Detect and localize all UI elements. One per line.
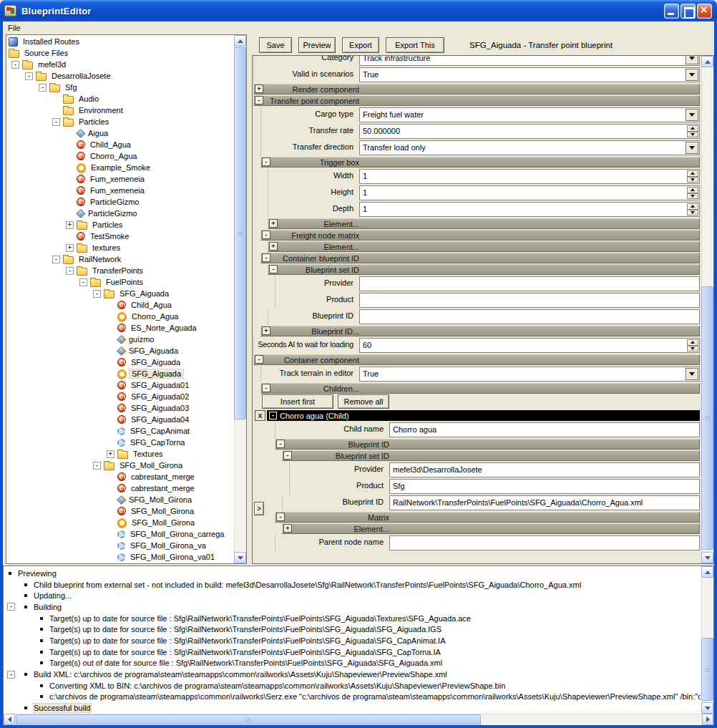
log-expander-icon[interactable]: -	[7, 603, 15, 611]
tree-item-label[interactable]: TestSmoke	[88, 232, 131, 241]
tree-expander-icon[interactable]: -	[39, 84, 47, 92]
log-scroll-down-button[interactable]	[701, 702, 713, 714]
tree-item[interactable]: SFG_Aiguada	[7, 356, 233, 368]
field-value[interactable]: RailNetwork\TransferPoints\FuelPoints\SF…	[389, 495, 700, 510]
section-expander[interactable]: -	[276, 513, 285, 521]
export-this-button[interactable]: Export This	[386, 37, 444, 53]
tree-item-label[interactable]: SFG_Moll_Girona	[127, 495, 194, 504]
field-value[interactable]	[359, 276, 700, 291]
log-line[interactable]: Updating...	[4, 590, 701, 601]
section-expander[interactable]: -	[255, 96, 263, 105]
log-line[interactable]: Target(s) out of date for source file : …	[4, 658, 701, 669]
tree-item-label[interactable]: ParticleGizmo	[88, 198, 141, 206]
tree-item-label[interactable]: Child_Agua	[129, 301, 174, 309]
tree-item[interactable]: ParticleGizmo	[7, 208, 233, 219]
tree-scroll-down-button[interactable]	[234, 552, 246, 563]
field-value[interactable]	[359, 309, 700, 324]
tree-expander-icon[interactable]: -	[79, 278, 87, 286]
spinner-down-button[interactable]	[687, 193, 698, 200]
spinner-down-button[interactable]	[687, 177, 698, 183]
minimize-button[interactable]	[664, 4, 679, 19]
field-value[interactable]: 1	[359, 202, 700, 217]
child-nav-button[interactable]: >	[254, 502, 264, 515]
tree-item-label[interactable]: RailNetwork	[77, 255, 123, 263]
tree-item[interactable]: Child_Agua	[7, 139, 233, 150]
tree-item[interactable]: guizmo	[7, 334, 233, 345]
tree-item[interactable]: Aigua	[7, 127, 233, 139]
tree-item[interactable]: SFG_Moll_Girona	[7, 505, 233, 517]
field-value[interactable]: Sfg	[389, 479, 700, 494]
tree-expander-icon[interactable]: -	[25, 72, 33, 80]
tree-item-label[interactable]: Chorro_Agua	[130, 312, 180, 321]
field-value[interactable]: 1	[359, 185, 700, 200]
tree-item-label[interactable]: ParticleGizmo	[86, 209, 139, 218]
tree-item[interactable]: -FuelPoints	[7, 276, 233, 288]
log-line[interactable]: Successful build	[4, 702, 701, 713]
tree-item-label[interactable]: SFG_Aiguada02	[129, 392, 191, 401]
tree-expander-icon[interactable]: -	[93, 462, 101, 470]
tree-item[interactable]: cabrestant_merge	[7, 471, 233, 482]
tree-item-label[interactable]: TransferPoints	[90, 266, 145, 275]
tree-item-label[interactable]: mefel3d	[36, 60, 68, 69]
tree-item[interactable]: -SFG_Moll_Girona	[7, 460, 233, 471]
tree-item-label[interactable]: SFG_Aiguada	[129, 358, 182, 367]
dropdown-button[interactable]	[686, 109, 698, 121]
tree-item-label[interactable]: Particles	[77, 117, 111, 126]
tree-item-label[interactable]: Example_Smoke	[89, 163, 152, 172]
tree-item[interactable]: Child_Agua	[7, 299, 233, 311]
tree-expander-icon[interactable]: +	[66, 244, 74, 252]
tree-item-label[interactable]: SFG_CapTorna	[128, 438, 187, 447]
spinner-up-button[interactable]	[687, 187, 698, 193]
form-scroll-up-button[interactable]	[701, 56, 713, 67]
tree-item-label[interactable]: Environment	[77, 106, 125, 115]
tree-item[interactable]: cabrestant_merge	[7, 482, 233, 494]
maximize-button[interactable]	[681, 4, 696, 19]
tree-item[interactable]: Source Files	[7, 47, 233, 59]
log-line[interactable]: Child blueprint from external set - not …	[4, 579, 701, 591]
dropdown-button[interactable]	[686, 69, 698, 81]
spinner-up-button[interactable]	[687, 339, 698, 346]
tree-expander-icon[interactable]: -	[52, 256, 60, 263]
field-value[interactable]: Freight fuel water	[359, 107, 700, 122]
section-expander[interactable]: -	[262, 230, 270, 239]
tree-item-label[interactable]: Aigua	[86, 129, 110, 137]
tree-item-label[interactable]: Fum_xemeneia	[88, 175, 147, 183]
tree-item-label[interactable]: SFG_CapAnimat	[128, 427, 192, 435]
tree-scroll-up-button[interactable]	[234, 35, 246, 47]
tree-item-label[interactable]: SFG_Moll_Girona	[130, 518, 197, 527]
field-value[interactable]: Chorro agua	[389, 422, 700, 437]
tree-item-label[interactable]: cabrestant_merge	[129, 472, 197, 481]
tree-item[interactable]: SFG_Aiguada04	[7, 414, 233, 425]
field-value[interactable]: mefel3d\DesarrollaJosete	[389, 462, 700, 477]
spinner-down-button[interactable]	[687, 132, 698, 138]
tree-item[interactable]: -mefel3d	[7, 59, 233, 70]
tree-item-label[interactable]: textures	[90, 243, 122, 252]
tree-item-label[interactable]: cabrestant_merge	[129, 484, 197, 492]
log-scroll-left-button[interactable]	[4, 714, 15, 725]
field-value[interactable]: Track infrastructure	[359, 55, 700, 66]
tree-item-label[interactable]: ES_Norte_Aguada	[129, 324, 199, 332]
tree-item-label[interactable]: SFG_Aiguada	[117, 289, 171, 298]
section-expander[interactable]: -	[255, 355, 263, 364]
tree-item-label[interactable]: SFG_Aiguada03	[129, 404, 191, 412]
tree-item-label[interactable]: SFG_Aiguada04	[129, 415, 191, 424]
log-line[interactable]: Target(s) up to date for source file : S…	[4, 635, 701, 646]
section-expander[interactable]: -	[269, 265, 278, 273]
tree-item-label[interactable]: SFG_Moll_Girona	[129, 507, 196, 515]
tree-item-label[interactable]: SFG_Moll_Girona_carrega	[128, 530, 226, 538]
log-vscrollbar-thumb[interactable]	[701, 638, 713, 701]
tree-item[interactable]: -RailNetwork	[7, 253, 233, 265]
tree-item[interactable]: SFG_Aiguada	[7, 368, 233, 379]
dropdown-button[interactable]	[686, 142, 698, 154]
tree-item-label[interactable]: SFG_Aiguada	[127, 346, 180, 355]
spinner-up-button[interactable]	[687, 203, 698, 210]
tree-scrollbar-thumb[interactable]	[234, 47, 246, 419]
child-remove-button[interactable]: X	[255, 410, 265, 421]
tree-item[interactable]: SFG_Moll_Girona	[7, 517, 233, 528]
log-hscrollbar-thumb[interactable]	[16, 714, 481, 726]
tree-item[interactable]: +Particles	[7, 219, 233, 230]
section-expander[interactable]: -	[262, 157, 270, 166]
tree-item-label[interactable]: SFG_Aiguada	[130, 369, 183, 378]
tree-item-label[interactable]: Sfg	[63, 83, 79, 92]
tree-item[interactable]: SFG_Moll_Girona_va01	[7, 551, 233, 563]
